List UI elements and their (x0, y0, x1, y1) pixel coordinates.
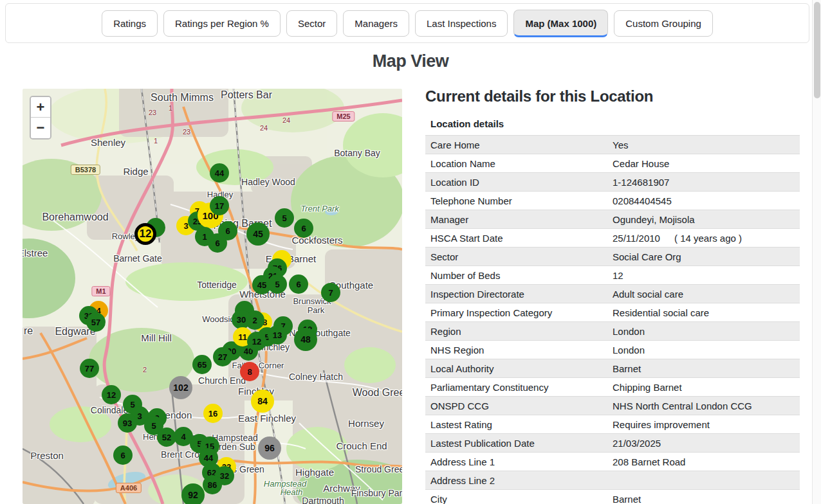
map-marker[interactable]: 77 (80, 359, 99, 378)
map-marker[interactable]: 45 (246, 222, 270, 246)
details-value-text: NHS North Central London CCG (613, 401, 752, 411)
page-scrollbar (812, 0, 821, 504)
map-place-label: Botany Bay (334, 148, 380, 158)
details-row-value (607, 471, 800, 490)
zoom-out-button[interactable]: − (31, 118, 50, 138)
details-row-label: NHS Region (425, 341, 607, 359)
details-row-label: Region (425, 322, 607, 341)
map-marker[interactable]: 6 (294, 219, 313, 238)
details-row: Primary Inspection CategoryResidential s… (425, 303, 800, 322)
details-row-label: Manager (425, 210, 607, 229)
details-value-text: 208 Barnet Road (613, 456, 685, 467)
map-marker[interactable]: 12 (247, 332, 266, 351)
map-place-label: Hornsey (348, 418, 384, 429)
map-marker[interactable]: 48 (294, 328, 317, 351)
tab-custom-grouping[interactable]: Custom Grouping (614, 10, 713, 37)
map-marker[interactable]: 57 (86, 312, 106, 332)
map-marker[interactable]: 30 (232, 310, 251, 329)
details-row-value: Requires improvement (607, 415, 800, 434)
details-row-label: Lastest Rating (425, 415, 607, 434)
details-row-label: Location ID (425, 173, 607, 192)
details-row-value: Adult social care (607, 285, 800, 303)
road-number-label: 1 (169, 104, 172, 112)
details-row-label: Care Home (425, 136, 607, 154)
map-place-label: Totteridge (197, 280, 236, 290)
tab-sector[interactable]: Sector (286, 10, 337, 37)
map-marker[interactable]: 27 (213, 347, 232, 366)
details-row-value: 12 (607, 266, 800, 285)
map-place-label: Highgate (295, 467, 334, 478)
details-row-value: 1-124681907 (607, 173, 800, 192)
tab-ratings-per-region-[interactable]: Ratings per Region % (163, 10, 281, 37)
tab-bar: RatingsRatings per Region %SectorManager… (5, 3, 809, 43)
scrollbar-thumb[interactable] (814, 2, 820, 98)
map-marker[interactable]: 6 (113, 446, 133, 465)
map-marker[interactable]: 102 (169, 376, 192, 399)
details-row: Local AuthorityBarnet (425, 359, 800, 378)
details-row-value: 25/11/2010( 14 years ago ) (607, 229, 800, 248)
details-row-label: City (425, 490, 607, 504)
details-value-text: Barnet (613, 363, 641, 374)
map-marker[interactable]: 5 (275, 208, 294, 228)
map-marker[interactable]: 7 (321, 283, 340, 302)
details-row: Number of Beds12 (425, 266, 800, 285)
map-marker[interactable]: 16 (203, 404, 223, 423)
details-value-text: 21/03/2025 (613, 438, 661, 449)
map-marker[interactable]: 13 (268, 325, 287, 345)
map-marker[interactable]: 96 (258, 437, 281, 460)
details-row-label: ONSPD CCG (425, 397, 607, 415)
details-row: Address Line 2 (425, 471, 800, 490)
map-marker[interactable]: 92 (181, 483, 205, 504)
map-marker[interactable]: 52 (157, 428, 176, 447)
details-row-label: Lastest Publication Date (425, 434, 607, 453)
map-place-label: Elstree (23, 248, 48, 258)
details-row: CityBarnet (425, 490, 800, 504)
map-place-label: Barnet Gate (113, 253, 162, 264)
details-row-label: Address Line 2 (425, 471, 607, 490)
map-view[interactable]: + − South MimmsPotters BarShenleyRidgeBo… (23, 89, 402, 504)
zoom-in-button[interactable]: + (31, 97, 50, 118)
details-row-value: 208 Barnet Road (607, 453, 800, 471)
map-place-label: Shenley (91, 137, 125, 148)
map-marker[interactable]: 8 (240, 362, 259, 381)
map-place-label: Park (308, 305, 325, 315)
map-place-label: Mill Hill (141, 332, 172, 343)
details-row-label: Primary Inspection Category (425, 303, 607, 322)
details-row-value: Social Care Org (607, 248, 800, 266)
tab-managers[interactable]: Managers (343, 10, 409, 37)
details-row-label: Location Name (425, 154, 607, 173)
road-badge-m1: M1 (91, 286, 110, 296)
details-value-text: 12 (613, 270, 623, 281)
map-marker[interactable]: 12 (102, 385, 121, 404)
details-row: Inspection DirectorateAdult social care (425, 285, 800, 303)
tab-map-max-1000-[interactable]: Map (Max 1000) (513, 10, 608, 37)
map-marker[interactable]: 93 (118, 413, 137, 433)
map-place-label: Preston (30, 450, 64, 461)
map-marker[interactable]: 86 (203, 475, 222, 494)
map-marker[interactable]: 65 (192, 355, 212, 374)
details-row-value: NHS North Central London CCG (607, 397, 800, 415)
map-place-label: Heath (281, 487, 303, 497)
details-row: Parliamentary ConstituencyChipping Barne… (425, 378, 800, 397)
details-row: SectorSocial Care Org (425, 248, 800, 266)
details-value-text: 1-124681907 (613, 177, 669, 188)
road-number-label: 24 (260, 124, 268, 132)
map-marker[interactable]: 12 (134, 223, 156, 245)
details-value-text: 02084404545 (613, 195, 672, 206)
details-row-label: Sector (425, 248, 607, 266)
details-row-label: Number of Beds (425, 266, 607, 285)
map-marker[interactable]: 6 (289, 274, 308, 294)
map-marker[interactable]: 17 (210, 196, 229, 215)
map-marker[interactable]: 84 (251, 390, 274, 413)
details-value-text: Adult social care (613, 289, 683, 300)
tab-ratings[interactable]: Ratings (102, 10, 158, 37)
map-place-label: Finsbury Park (351, 488, 402, 498)
map-marker[interactable]: 6 (208, 233, 227, 253)
map-place-label: Potters Bar (221, 89, 272, 101)
map-place-label: Borehamwood (42, 212, 108, 223)
map-marker[interactable]: 44 (210, 163, 229, 183)
map-marker[interactable]: 5 (268, 274, 287, 294)
details-row: HSCA Start Date25/11/2010( 14 years ago … (425, 229, 800, 248)
details-row: NHS RegionLondon (425, 341, 800, 359)
tab-last-inspections[interactable]: Last Inspections (415, 10, 508, 37)
